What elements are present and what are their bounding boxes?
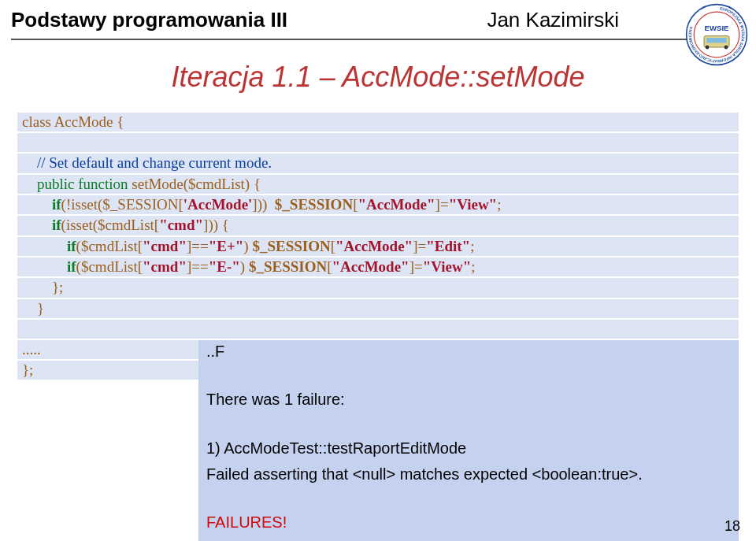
test-failures-heading: FAILURES!: [198, 511, 739, 535]
code-line: [17, 320, 739, 339]
test-output-line: [198, 365, 739, 386]
slide-title: Iteracja 1.1 – AccMode::setMode: [17, 61, 739, 94]
code-line: if($cmdList["cmd"]=="E+") $_SESSION["Acc…: [17, 237, 739, 256]
code-result-row: ..... }; ..F There was 1 failure: 1) Acc…: [17, 340, 739, 541]
code-line: };: [22, 361, 33, 378]
author-name: Jan Kazimirski: [487, 8, 619, 32]
test-failures-summary: Tests: 3, Assertions: 4, Failures: 1.: [198, 537, 739, 541]
school-logo: EUROPEJSKA WYŻSZA SZKOŁA INFORMATYCZNO-E…: [685, 3, 748, 66]
code-line: }: [22, 300, 44, 317]
logo-center-text: EWSIE: [705, 24, 730, 32]
slide-header: Podstawy programowania III Jan Kazimirsk…: [0, 0, 756, 35]
svg-point-5: [724, 46, 728, 50]
course-title: Podstawy programowania III: [11, 8, 287, 32]
code-line: if(isset($cmdList["cmd"])) {: [17, 216, 739, 235]
code-line: if($cmdList["cmd"]=="E-") $_SESSION["Acc…: [17, 258, 739, 276]
test-output-block: ..F There was 1 failure: 1) AccModeTest:…: [198, 340, 739, 541]
code-comment: // Set default and change current mode.: [37, 154, 272, 171]
code-line: class AccMode {: [22, 113, 124, 130]
code-line: };: [22, 279, 63, 295]
code-line: public function setMode($cmdList) {: [17, 175, 739, 194]
svg-point-4: [706, 46, 710, 50]
slide-body: Iteracja 1.1 – AccMode::setMode class Ac…: [0, 40, 756, 541]
page-number: 18: [724, 518, 740, 535]
test-output-line: [198, 414, 739, 435]
test-output-line: [198, 488, 739, 509]
test-output-line: Failed asserting that <null> matches exp…: [198, 463, 739, 487]
svg-rect-6: [706, 38, 727, 43]
code-line: if(!isset($_SESSION['AccMode'])) $_SESSI…: [17, 195, 739, 214]
svg-point-1: [694, 12, 739, 57]
test-output-line: ..F: [198, 340, 739, 364]
code-line: [17, 133, 739, 152]
code-block: class AccMode { // Set default and chang…: [17, 113, 739, 541]
code-line: .....: [22, 341, 41, 358]
test-output-line: There was 1 failure:: [198, 388, 739, 412]
test-output-line: 1) AccModeTest::testRaportEditMode: [198, 437, 739, 461]
